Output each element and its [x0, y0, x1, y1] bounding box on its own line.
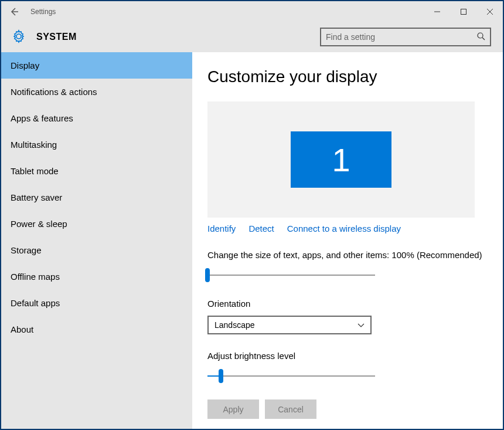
back-arrow-icon	[9, 7, 19, 16]
orientation-label: Orientation	[207, 299, 488, 309]
action-buttons: Apply Cancel	[207, 399, 488, 419]
sidebar-item-default-apps[interactable]: Default apps	[1, 290, 192, 316]
orientation-value: Landscape	[214, 320, 255, 330]
main-content: Customize your display 1 Identify Detect…	[192, 52, 503, 429]
brightness-slider[interactable]	[207, 368, 375, 384]
display-preview: 1	[207, 101, 475, 218]
slider-track	[207, 275, 375, 276]
titlebar: Settings	[1, 1, 503, 22]
page-heading: Customize your display	[207, 67, 488, 86]
brightness-label: Adjust brightness level	[207, 351, 488, 361]
scale-label: Change the size of text, apps, and other…	[207, 250, 488, 260]
minimize-button[interactable]	[424, 1, 450, 22]
sidebar-item-multitasking[interactable]: Multitasking	[1, 131, 192, 158]
header: SYSTEM	[1, 22, 503, 52]
svg-point-4	[478, 33, 483, 38]
sidebar-item-display[interactable]: Display	[1, 52, 192, 79]
close-icon	[487, 9, 493, 15]
monitor-tile[interactable]: 1	[291, 131, 391, 188]
orientation-dropdown[interactable]: Landscape	[207, 316, 372, 334]
slider-thumb[interactable]	[219, 369, 223, 383]
search-input[interactable]	[326, 32, 477, 42]
chevron-down-icon	[357, 320, 365, 330]
cancel-button[interactable]: Cancel	[265, 399, 316, 419]
sidebar-item-apps-features[interactable]: Apps & features	[1, 105, 192, 131]
detect-link[interactable]: Detect	[248, 224, 274, 233]
sidebar: DisplayNotifications & actionsApps & fea…	[1, 52, 192, 429]
page-title: SYSTEM	[36, 32, 77, 42]
search-box[interactable]	[320, 28, 491, 46]
apply-button[interactable]: Apply	[207, 399, 259, 419]
sidebar-item-tablet-mode[interactable]: Tablet mode	[1, 158, 192, 184]
window-title: Settings	[30, 8, 56, 16]
maximize-icon	[461, 9, 466, 15]
back-button[interactable]	[1, 1, 27, 22]
slider-thumb[interactable]	[205, 268, 210, 282]
identify-link[interactable]: Identify	[207, 224, 236, 233]
slider-track	[207, 375, 375, 377]
sidebar-item-notifications-actions[interactable]: Notifications & actions	[1, 79, 192, 105]
svg-line-5	[482, 38, 485, 40]
sidebar-item-storage[interactable]: Storage	[1, 237, 192, 263]
window-controls	[424, 1, 503, 22]
minimize-icon	[434, 9, 440, 15]
search-icon	[477, 32, 485, 42]
sidebar-item-power-sleep[interactable]: Power & sleep	[1, 211, 192, 237]
close-button[interactable]	[476, 1, 503, 22]
scale-slider[interactable]	[207, 267, 375, 283]
maximize-button[interactable]	[450, 1, 476, 22]
gear-icon	[12, 29, 26, 45]
display-links: Identify Detect Connect to a wireless di…	[207, 224, 488, 233]
wireless-link[interactable]: Connect to a wireless display	[287, 224, 401, 233]
monitor-number: 1	[332, 141, 350, 179]
sidebar-item-offline-maps[interactable]: Offline maps	[1, 263, 192, 290]
svg-rect-1	[461, 9, 466, 14]
sidebar-item-about[interactable]: About	[1, 316, 192, 343]
sidebar-item-battery-saver[interactable]: Battery saver	[1, 184, 192, 211]
